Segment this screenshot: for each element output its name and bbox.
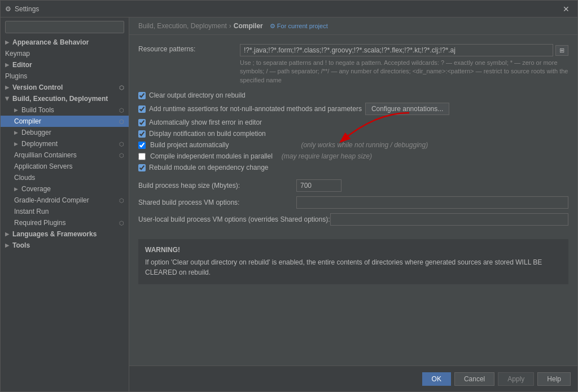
sidebar-item-keymap[interactable]: Keymap — [1, 48, 129, 59]
external-icon: ⬡ — [119, 85, 124, 91]
sidebar-label: Coverage — [21, 185, 51, 193]
sidebar-item-tools[interactable]: ▶ Tools — [1, 240, 129, 251]
arrow-icon: ▶ — [14, 186, 18, 192]
breadcrumb-project-tag: ⚙ For current project — [270, 23, 328, 30]
sidebar-item-plugins[interactable]: Plugins — [1, 71, 129, 82]
build-auto-checkbox[interactable] — [138, 142, 146, 149]
user-local-vm-input[interactable] — [330, 213, 569, 226]
apply-button[interactable]: Apply — [498, 372, 534, 386]
sidebar-item-debugger[interactable]: ▶ Debugger — [1, 127, 129, 138]
sidebar-label: Instant Run — [14, 208, 49, 215]
sidebar-label: Debugger — [21, 129, 51, 136]
search-input[interactable] — [5, 21, 124, 33]
sidebar-item-editor[interactable]: ▶ Editor — [1, 59, 129, 71]
arrow-icon: ▶ — [5, 62, 9, 68]
search-box — [1, 17, 129, 37]
resource-patterns-browse-button[interactable]: ⊞ — [555, 45, 568, 56]
sidebar-item-deployment[interactable]: ▶ Deployment ⬡ — [1, 138, 129, 149]
sidebar-label: Application Servers — [14, 162, 72, 170]
sidebar-label: Editor — [12, 61, 32, 69]
sidebar-item-compiler[interactable]: Compiler ⬡ — [1, 116, 129, 127]
sidebar-item-gradle-android[interactable]: Gradle-Android Compiler ⬡ — [1, 195, 129, 206]
help-button[interactable]: Help — [537, 372, 571, 386]
warning-title: WARNING! — [145, 246, 562, 254]
resource-patterns-input-area: ⊞ — [240, 44, 568, 56]
heap-size-input[interactable] — [296, 179, 341, 192]
sidebar-item-arquillian[interactable]: Arquillian Containers ⬡ — [1, 149, 129, 161]
arrow-icon: ▶ — [5, 97, 10, 101]
close-button[interactable]: ✕ — [559, 3, 573, 15]
show-first-error-label[interactable]: Automatically show first error in editor — [149, 118, 262, 126]
build-auto-note: (only works while not running / debuggin… — [301, 141, 428, 149]
heap-size-label: Build process heap size (Mbytes): — [138, 182, 296, 190]
ok-button[interactable]: OK — [422, 372, 451, 386]
sidebar-item-build-tools[interactable]: ▶ Build Tools ⬡ — [1, 104, 129, 116]
warning-section: WARNING! If option 'Clear output directo… — [138, 239, 568, 284]
compile-parallel-label[interactable]: Compile independent modules in parallel — [150, 152, 273, 160]
content-area: ▶ Appearance & Behavior Keymap ▶ Editor … — [1, 17, 577, 391]
sidebar-label: Languages & Frameworks — [12, 230, 97, 238]
external-icon: ⬡ — [119, 197, 124, 204]
sidebar-item-build-execution[interactable]: ▶ Build, Execution, Deployment — [1, 93, 129, 104]
checkbox-show-first-error: Automatically show first error in editor — [138, 118, 568, 126]
build-auto-container: Build project automatically (only works … — [138, 141, 568, 149]
window-title: Settings — [15, 5, 39, 13]
checkbox-build-notification: Display notification on build completion — [138, 130, 568, 138]
external-icon: ⬡ — [119, 152, 124, 158]
external-icon: ⬡ — [119, 220, 124, 226]
runtime-assertions-checkbox[interactable] — [138, 105, 146, 113]
user-local-vm-label: User-local build process VM options (ove… — [138, 215, 330, 223]
sidebar-label: Clouds — [14, 174, 35, 182]
sidebar-item-clouds[interactable]: Clouds — [1, 172, 129, 183]
checkbox-clear-output: Clear output directory on rebuild — [138, 91, 568, 99]
sidebar-label: Keymap — [5, 50, 30, 58]
sidebar-label: Tools — [12, 241, 30, 249]
build-notification-checkbox[interactable] — [138, 130, 146, 138]
arrow-icon: ▶ — [5, 39, 9, 45]
sidebar-item-instant-run[interactable]: Instant Run — [1, 206, 129, 217]
rebuild-module-label[interactable]: Rebuild module on dependency change — [149, 164, 269, 171]
settings-content: Resource patterns: ⊞ Use ; to separate p… — [129, 35, 577, 365]
clear-output-label[interactable]: Clear output directory on rebuild — [149, 91, 246, 99]
sidebar-item-app-servers[interactable]: Application Servers — [1, 161, 129, 172]
show-first-error-checkbox[interactable] — [138, 119, 146, 126]
external-icon: ⬡ — [119, 107, 124, 113]
sidebar-label: Required Plugins — [14, 219, 65, 227]
cancel-button[interactable]: Cancel — [454, 372, 494, 386]
configure-annotations-button[interactable]: Configure annotations... — [365, 103, 449, 115]
runtime-assertions-label[interactable]: Add runtime assertions for not-null-anno… — [149, 105, 362, 113]
compile-parallel-note: (may require larger heap size) — [282, 152, 372, 160]
resource-patterns-input[interactable] — [240, 44, 553, 56]
resource-patterns-label: Resource patterns: — [138, 44, 240, 53]
heap-size-row: Build process heap size (Mbytes): — [138, 179, 568, 192]
breadcrumb-path: Build, Execution, Deployment — [138, 22, 227, 30]
resource-patterns-hint: Use ; to separate patterns and ! to nega… — [240, 59, 568, 85]
arrow-icon: ▶ — [5, 231, 9, 237]
compile-parallel-checkbox[interactable] — [138, 153, 146, 160]
bottom-bar: OK Cancel Apply Help — [129, 365, 577, 391]
build-notification-label[interactable]: Display notification on build completion — [149, 130, 266, 138]
sidebar-label: Build, Execution, Deployment — [12, 95, 108, 103]
sidebar-item-languages[interactable]: ▶ Languages & Frameworks — [1, 228, 129, 240]
shared-vm-input[interactable] — [296, 196, 568, 209]
title-bar: ⚙ Settings ✕ — [1, 1, 577, 17]
settings-window: ⚙ Settings ✕ ▶ Appearance & Behavior Key… — [0, 0, 578, 392]
sidebar-label: Appearance & Behavior — [12, 38, 89, 46]
sidebar-label: Gradle-Android Compiler — [14, 196, 89, 204]
sidebar-item-required-plugins[interactable]: Required Plugins ⬡ — [1, 217, 129, 228]
checkbox-rebuild-module: Rebuild module on dependency change — [138, 164, 568, 171]
build-auto-label[interactable]: Build project automatically — [150, 141, 229, 149]
sidebar-item-appearance[interactable]: ▶ Appearance & Behavior — [1, 37, 129, 48]
shared-vm-label: Shared build process VM options: — [138, 199, 296, 206]
breadcrumb-current: Compiler — [234, 22, 263, 30]
rebuild-module-checkbox[interactable] — [138, 164, 146, 171]
shared-vm-row: Shared build process VM options: — [138, 196, 568, 209]
checkbox-runtime-assertions: Add runtime assertions for not-null-anno… — [138, 103, 568, 115]
arrow-icon: ▶ — [14, 130, 18, 135]
breadcrumb-arrow: › — [229, 22, 231, 30]
resource-patterns-row: Resource patterns: ⊞ — [138, 44, 568, 56]
sidebar-label: Deployment — [21, 140, 58, 148]
sidebar-item-version-control[interactable]: ▶ Version Control ⬡ — [1, 82, 129, 93]
clear-output-checkbox[interactable] — [138, 92, 146, 99]
sidebar-item-coverage[interactable]: ▶ Coverage — [1, 183, 129, 195]
